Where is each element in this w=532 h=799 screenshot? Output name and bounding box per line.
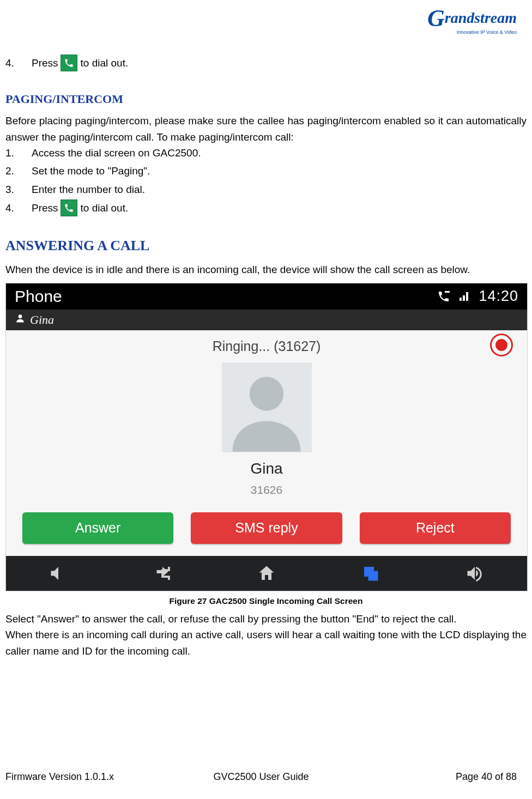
page-footer: Firmware Version 1.0.1.x GVC2500 User Gu… bbox=[5, 771, 517, 783]
caller-name: Gina bbox=[6, 457, 527, 480]
reject-button[interactable]: Reject bbox=[360, 512, 511, 544]
step-text-pre: Press bbox=[32, 200, 58, 216]
screenshot-navbar bbox=[6, 556, 527, 591]
ringing-label: Ringing... (31627) bbox=[6, 336, 527, 357]
account-icon bbox=[15, 311, 26, 329]
screenshot-statusbar: Phone 14:20 bbox=[6, 283, 527, 310]
svg-point-1 bbox=[19, 314, 22, 318]
step-text: Enter the number to dial. bbox=[32, 181, 145, 197]
answering-intro: When the device is in idle and there is … bbox=[5, 262, 527, 277]
app-title: Phone bbox=[15, 284, 430, 310]
caller-number: 31626 bbox=[6, 481, 527, 499]
brand-logo: GGrandstreamrandstream Innovative IP Voi… bbox=[424, 7, 517, 35]
account-bar: Gina bbox=[6, 310, 527, 330]
step-text: Access the dial screen on GAC2500. bbox=[32, 145, 201, 161]
footer-firmware: Firmware Version 1.0.1.x bbox=[5, 771, 176, 783]
clock-time: 14:20 bbox=[479, 285, 518, 308]
step-number: 2. bbox=[5, 163, 32, 179]
volume-up-button[interactable] bbox=[423, 556, 527, 591]
signal-icon bbox=[458, 290, 471, 303]
step-number: 4. bbox=[5, 200, 32, 216]
svg-rect-4 bbox=[368, 571, 378, 580]
step-number: 3. bbox=[5, 181, 32, 197]
dial-icon bbox=[61, 55, 77, 71]
footer-page-number: Page 40 of 88 bbox=[346, 771, 517, 783]
caller-avatar bbox=[222, 362, 312, 452]
step-text-pre: Press bbox=[32, 55, 58, 71]
footer-doc-title: GVC2500 User Guide bbox=[176, 771, 347, 783]
paging-intro: Before placing paging/intercom, please m… bbox=[5, 113, 527, 145]
incoming-call-screenshot: Phone 14:20 Gina Ringing... (31627) bbox=[5, 283, 528, 591]
step-text-post: to dial out. bbox=[81, 200, 129, 216]
brand-logo-text: GGrandstreamrandstream bbox=[427, 9, 517, 26]
call-area: Ringing... (31627) Gina 31626 Answer SMS… bbox=[6, 330, 527, 556]
answer-button[interactable]: Answer bbox=[22, 512, 173, 544]
paging-step-1: 1. Access the dial screen on GAC2500. bbox=[5, 145, 527, 161]
record-indicator-icon bbox=[490, 334, 513, 356]
heading-paging-intercom: PAGING/INTERCOM bbox=[5, 90, 527, 108]
sms-reply-button[interactable]: SMS reply bbox=[191, 512, 342, 544]
account-name: Gina bbox=[30, 311, 54, 329]
volume-down-button[interactable] bbox=[6, 556, 110, 591]
prev-step-4: 4. Press to dial out. bbox=[5, 55, 527, 71]
recent-apps-button[interactable] bbox=[319, 556, 423, 591]
paging-step-2: 2. Set the mode to "Paging". bbox=[5, 163, 527, 179]
dial-icon bbox=[61, 199, 77, 216]
home-button[interactable] bbox=[214, 556, 318, 591]
figure-caption: Figure 27 GAC2500 Single Incoming Call S… bbox=[5, 595, 527, 608]
handset-minus-icon bbox=[437, 290, 450, 303]
paging-step-4: 4. Press to dial out. bbox=[5, 199, 527, 216]
step-number: 4. bbox=[5, 55, 32, 71]
svg-point-2 bbox=[250, 377, 284, 411]
step-number: 1. bbox=[5, 145, 32, 161]
step-text-post: to dial out. bbox=[81, 55, 129, 71]
back-button[interactable] bbox=[110, 556, 214, 591]
answering-para-1: Select "Answer" to answer the call, or r… bbox=[5, 611, 527, 627]
answering-para-2: When there is an incoming call during an… bbox=[5, 627, 527, 659]
paging-step-3: 3. Enter the number to dial. bbox=[5, 181, 527, 197]
heading-answering-a-call: ANSWERING A CALL bbox=[5, 235, 527, 257]
svg-rect-0 bbox=[445, 291, 450, 293]
step-text: Set the mode to "Paging". bbox=[32, 163, 150, 179]
